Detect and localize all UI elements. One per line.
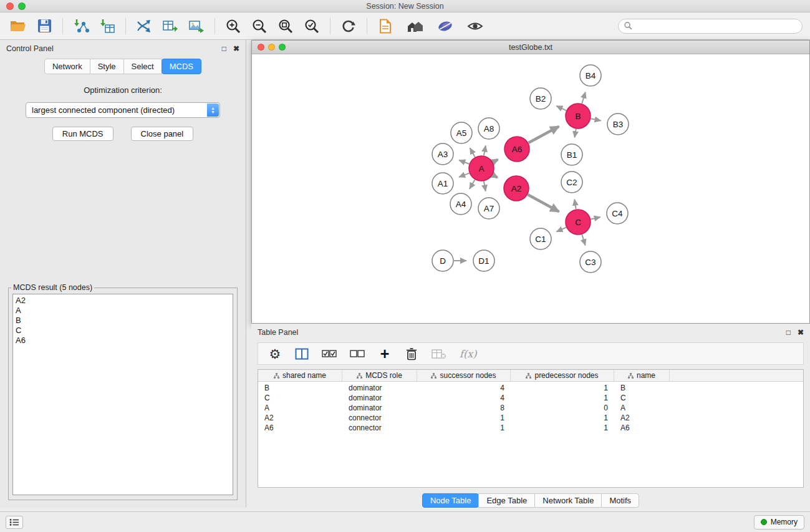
help-button[interactable]	[435, 16, 456, 36]
toolbar-search[interactable]	[618, 19, 803, 34]
graph-node-A4[interactable]: A4	[450, 193, 471, 215]
zoom-out-button[interactable]	[249, 16, 270, 36]
graph-node-A[interactable]: A	[469, 156, 494, 181]
column-header-predecessor-nodes[interactable]: predecessor nodes	[511, 370, 614, 381]
table-row[interactable]: A6connector11A6	[258, 423, 803, 433]
graph-node-A6[interactable]: A6	[504, 137, 529, 162]
network-graph[interactable]: B4B2BB3A8A5A6A3B1AC2A1A2A4A7C4CC1C3DD1	[252, 54, 809, 324]
graph-edge-A-A5[interactable]	[470, 148, 475, 157]
tab-network[interactable]: Network	[44, 59, 90, 74]
graph-node-C1[interactable]: C1	[530, 228, 551, 249]
function-builder-button[interactable]: f(x)	[460, 346, 476, 362]
graph-edge-B-B1[interactable]	[574, 129, 576, 138]
task-history-button[interactable]	[6, 516, 23, 529]
graph-node-A8[interactable]: A8	[478, 118, 499, 139]
show-columns-button[interactable]	[295, 346, 309, 362]
column-header-shared-name[interactable]: shared name	[258, 370, 342, 381]
zoom-selected-button[interactable]	[301, 16, 322, 36]
zoom-fit-button[interactable]	[275, 16, 296, 36]
graph-node-C2[interactable]: C2	[561, 172, 582, 193]
result-item[interactable]: B	[16, 316, 230, 326]
fullscreen-window-button[interactable]	[18, 2, 26, 10]
mcds-result-list[interactable]: A2ABCA6	[12, 294, 233, 495]
network-minimize-button[interactable]	[268, 44, 275, 51]
graph-edge-A-A2[interactable]	[493, 175, 497, 177]
network-window-titlebar[interactable]: testGlobe.txt	[252, 41, 809, 54]
add-column-button[interactable]: +	[378, 346, 392, 362]
result-item[interactable]: C	[16, 326, 230, 336]
network-close-button[interactable]	[258, 44, 264, 51]
home-button[interactable]	[405, 16, 426, 36]
result-item[interactable]: A	[16, 306, 230, 316]
tab-edge-table[interactable]: Edge Table	[478, 493, 535, 508]
report-bug-button[interactable]	[375, 16, 396, 36]
delete-column-button[interactable]	[405, 346, 418, 362]
save-session-button[interactable]	[34, 16, 55, 36]
new-network-from-selection-button[interactable]	[133, 16, 155, 36]
graph-edge-A-A1[interactable]	[459, 173, 469, 177]
column-header-successor-nodes[interactable]: successor nodes	[417, 370, 511, 381]
search-input[interactable]	[635, 22, 796, 31]
memory-button[interactable]: Memory	[754, 515, 804, 530]
graph-node-B3[interactable]: B3	[607, 114, 629, 135]
graph-node-A3[interactable]: A3	[432, 143, 453, 165]
graph-node-B1[interactable]: B1	[561, 144, 582, 165]
graph-edge-C-C4[interactable]	[591, 217, 600, 219]
graph-node-C3[interactable]: C3	[580, 251, 601, 273]
graph-node-B4[interactable]: B4	[580, 65, 601, 86]
table-settings-button[interactable]: ⚙	[268, 346, 282, 362]
network-fullscreen-button[interactable]	[279, 44, 286, 51]
graph-edge-C-C2[interactable]	[574, 200, 576, 210]
table-row[interactable]: Bdominator41B	[258, 383, 803, 393]
graph-node-C[interactable]: C	[566, 210, 591, 235]
close-table-panel-icon[interactable]: ✖	[798, 329, 804, 336]
tab-network-table[interactable]: Network Table	[534, 493, 602, 508]
zoom-in-button[interactable]	[223, 16, 244, 36]
graph-node-C4[interactable]: C4	[607, 203, 628, 224]
graph-edge-A-A8[interactable]	[484, 146, 486, 156]
criterion-dropdown[interactable]: largest connected component (directed) ▲…	[26, 102, 220, 118]
float-panel-icon[interactable]: □	[222, 45, 226, 52]
close-window-button[interactable]	[6, 2, 14, 10]
graph-node-D1[interactable]: D1	[473, 250, 494, 271]
graph-edge-B-B2[interactable]	[556, 106, 566, 110]
graph-node-B[interactable]: B	[566, 104, 591, 128]
deselect-all-rows-button[interactable]	[350, 346, 365, 362]
node-table[interactable]: shared nameMCDS rolesuccessor nodesprede…	[258, 369, 804, 488]
import-network-button[interactable]	[70, 16, 92, 36]
graph-node-B2[interactable]: B2	[530, 88, 551, 109]
tab-node-table[interactable]: Node Table	[422, 493, 480, 508]
graph-edge-A6-B[interactable]	[528, 127, 559, 143]
graph-node-A5[interactable]: A5	[451, 122, 472, 143]
graph-node-A7[interactable]: A7	[478, 198, 499, 219]
table-row[interactable]: Adominator80A	[258, 403, 803, 413]
show-hide-button[interactable]	[465, 16, 486, 36]
graph-edge-A-A3[interactable]	[459, 160, 469, 164]
graph-edge-A2-C[interactable]	[528, 195, 559, 211]
tab-style[interactable]: Style	[90, 59, 124, 74]
table-row[interactable]: A2connector11A2	[258, 413, 803, 423]
graph-edge-A-A4[interactable]	[470, 180, 475, 189]
result-item[interactable]: A6	[16, 336, 230, 346]
graph-edge-C-C1[interactable]	[557, 228, 566, 232]
open-session-button[interactable]	[7, 16, 29, 36]
column-header-mcds-role[interactable]: MCDS role	[342, 370, 417, 381]
float-table-panel-icon[interactable]: □	[786, 329, 791, 336]
graph-node-A2[interactable]: A2	[504, 176, 529, 201]
graph-edge-B-B3[interactable]	[591, 118, 601, 120]
close-panel-button[interactable]: Close panel	[131, 127, 194, 141]
export-image-button[interactable]	[186, 16, 207, 36]
graph-node-D[interactable]: D	[432, 250, 453, 271]
apply-layout-button[interactable]	[338, 16, 359, 36]
run-mcds-button[interactable]: Run MCDS	[52, 127, 113, 141]
network-canvas[interactable]: B4B2BB3A8A5A6A3B1AC2A1A2A4A7C4CC1C3DD1	[252, 54, 809, 323]
graph-edge-C-C3[interactable]	[582, 235, 585, 245]
column-header-name[interactable]: name	[614, 370, 670, 381]
tab-mcds[interactable]: MCDS	[162, 59, 201, 74]
export-table-button[interactable]	[160, 16, 181, 36]
tab-select[interactable]: Select	[123, 59, 162, 74]
close-panel-icon[interactable]: ✖	[233, 45, 239, 52]
graph-edge-A-A7[interactable]	[484, 181, 486, 191]
delete-table-button[interactable]	[432, 346, 446, 362]
graph-edge-B-B4[interactable]	[582, 92, 586, 104]
